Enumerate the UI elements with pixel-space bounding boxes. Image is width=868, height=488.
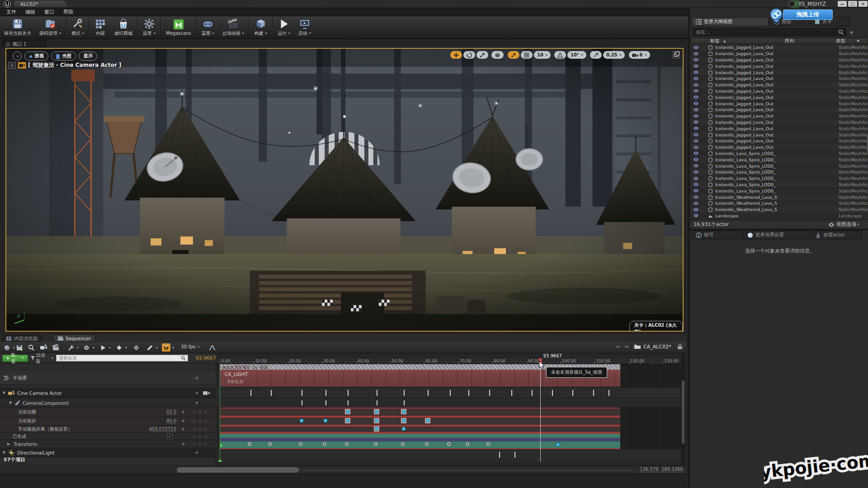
visibility-eye-icon[interactable] bbox=[693, 57, 699, 62]
toolbar-source-control-button[interactable]: 源码管理▾ bbox=[35, 16, 65, 39]
snap-button[interactable] bbox=[162, 343, 170, 352]
add-track-icon[interactable]: + bbox=[195, 390, 199, 396]
keyframe-tick[interactable] bbox=[404, 390, 405, 396]
visibility-eye-icon[interactable] bbox=[693, 126, 699, 131]
outliner-row[interactable]: Icelandic_Lava_Spire_LOD0_StaticMeshActo… bbox=[691, 156, 867, 163]
outliner-row[interactable]: Icelandic_Jagged_Lava_OutStaticMeshActor bbox=[691, 125, 867, 131]
tab-world-settings[interactable]: 世界场景设置 bbox=[743, 230, 810, 239]
keyframe-selected[interactable] bbox=[402, 419, 406, 422]
outliner-row[interactable]: LandscapeLandscape bbox=[691, 213, 867, 219]
add-filter-icon[interactable]: + bbox=[849, 29, 854, 36]
keyframe-selected[interactable] bbox=[346, 419, 349, 422]
visibility-eye-icon[interactable] bbox=[693, 64, 699, 68]
keyframe-tick[interactable] bbox=[511, 390, 512, 396]
toolbar-run-button[interactable]: 运行▾ bbox=[274, 16, 294, 39]
track-prop-row[interactable]: 当前光圈22.0+◁ ○ ▷ bbox=[0, 408, 216, 417]
pilot-camera-icon[interactable] bbox=[18, 62, 26, 69]
create-camera-button[interactable] bbox=[39, 343, 48, 352]
breadcrumb-label[interactable]: CA_ALC02* bbox=[643, 344, 671, 350]
toolbar-blueprints-button[interactable]: 蓝图▾ bbox=[198, 16, 218, 39]
lock-icon[interactable] bbox=[678, 344, 682, 349]
add-track-button[interactable]: + 轨道 ✎ bbox=[2, 355, 28, 362]
keyframe-selected[interactable] bbox=[375, 427, 378, 431]
keyframe-tick[interactable] bbox=[572, 390, 573, 396]
wrench-button[interactable] bbox=[66, 343, 75, 352]
keyframe-tick[interactable] bbox=[468, 390, 469, 396]
transform-keyframe[interactable] bbox=[299, 442, 302, 446]
keyframe-tick[interactable] bbox=[271, 390, 272, 396]
tab-content-browser[interactable]: 内容浏览器 bbox=[2, 335, 42, 343]
keyframe-tick[interactable] bbox=[428, 390, 429, 396]
keyframe-tick[interactable] bbox=[302, 400, 302, 405]
transform-keyframe[interactable] bbox=[401, 442, 405, 446]
toolbar-marketplace-button[interactable]: 虚幻商城 bbox=[110, 16, 137, 39]
transform-keyframe[interactable] bbox=[466, 442, 469, 446]
track-search-input[interactable] bbox=[56, 355, 188, 361]
outliner-row[interactable]: Icelandic_Jagged_Lava_OutStaticMeshActor bbox=[691, 119, 867, 126]
visibility-eye-icon[interactable] bbox=[693, 101, 699, 106]
transform-track-row[interactable] bbox=[220, 441, 620, 449]
track-group-row[interactable]: ▶Transform+◁ ○ ▷ bbox=[0, 440, 216, 448]
key-navigation[interactable]: ◁ ○ ▷ bbox=[193, 442, 209, 446]
add-track-icon[interactable]: + bbox=[195, 450, 199, 455]
outliner-row[interactable]: Icelandic_Weathered_Lava_SStaticMeshActo… bbox=[691, 194, 867, 200]
keyframe-tick[interactable] bbox=[609, 390, 609, 396]
property-value-field[interactable]: 403.072723 bbox=[149, 427, 176, 432]
menu-3[interactable]: 帮助 bbox=[59, 8, 78, 16]
outliner-row[interactable]: Icelandic_Lava_Spire_LOD0_StaticMeshActo… bbox=[691, 150, 867, 157]
camera-cuts-row[interactable] bbox=[216, 388, 681, 399]
transform-keyframe[interactable] bbox=[268, 442, 272, 446]
close-button[interactable]: ✕ bbox=[859, 1, 868, 7]
keyframe-tick[interactable] bbox=[348, 400, 349, 405]
timeline-vscroll-thumb[interactable] bbox=[682, 380, 684, 444]
playhead-line[interactable] bbox=[540, 359, 541, 462]
keyframe-tick[interactable] bbox=[250, 390, 251, 396]
visibility-eye-icon[interactable] bbox=[693, 45, 699, 50]
expand-caret-icon[interactable]: ▼ bbox=[3, 391, 5, 395]
outliner-row[interactable]: Icelandic_Jagged_Lava_OutStaticMeshActor bbox=[691, 44, 867, 51]
outliner-row[interactable]: Icelandic_Lava_Spire_LOD0_StaticMeshActo… bbox=[691, 182, 867, 188]
collapsed-caret-icon[interactable]: ▶ bbox=[7, 442, 10, 446]
keyframe-tick[interactable] bbox=[326, 390, 326, 396]
expand-caret-icon[interactable]: ▼ bbox=[3, 450, 5, 455]
maximize-viewport-button[interactable] bbox=[673, 51, 680, 58]
camera-lock-icon[interactable] bbox=[203, 390, 210, 396]
outliner-row[interactable]: Icelandic_Jagged_Lava_OutStaticMeshActor bbox=[691, 131, 867, 138]
outliner-row[interactable]: Icelandic_Lava_Spire_LOD0_StaticMeshActo… bbox=[691, 188, 867, 194]
keyframe-selected[interactable] bbox=[346, 410, 349, 413]
auto-key-button[interactable] bbox=[132, 343, 141, 352]
viewport[interactable]: ▾ ◈ 透视 ◙ 光照 显示 ⏚ [ 驾驶激活 - Cine Camera Ac… bbox=[5, 48, 684, 332]
visibility-eye-icon[interactable] bbox=[693, 83, 699, 87]
scale-snap-toggle[interactable] bbox=[590, 51, 602, 59]
outliner-row[interactable]: Icelandic_Weathered_Lava_SStaticMeshActo… bbox=[691, 200, 867, 206]
visibility-eye-icon[interactable] bbox=[693, 157, 699, 162]
keyframe[interactable] bbox=[300, 419, 303, 422]
move-tool-button[interactable] bbox=[450, 51, 462, 59]
playback-options-button[interactable] bbox=[99, 343, 107, 352]
keyframe-selected[interactable] bbox=[375, 410, 378, 413]
rotation-snap-value[interactable]: 10°▾ bbox=[567, 51, 586, 59]
visibility-eye-icon[interactable] bbox=[693, 151, 699, 155]
keyframe-tick[interactable] bbox=[552, 390, 553, 396]
edit-options-button[interactable] bbox=[146, 343, 154, 352]
grid-snap-toggle[interactable] bbox=[508, 51, 519, 59]
menu-2[interactable]: 窗口 bbox=[40, 8, 59, 16]
add-key-icon[interactable]: + bbox=[181, 426, 185, 432]
rotation-snap-toggle[interactable] bbox=[554, 51, 566, 59]
add-track-icon[interactable]: + bbox=[195, 400, 199, 406]
add-key-icon[interactable]: + bbox=[181, 441, 185, 447]
scale-tool-button[interactable] bbox=[476, 51, 488, 59]
menu-0[interactable]: 文件 bbox=[2, 8, 21, 16]
toolbar-content-button[interactable]: 内容 bbox=[90, 16, 110, 39]
visibility-eye-icon[interactable] bbox=[693, 182, 699, 187]
visibility-eye-icon[interactable] bbox=[693, 52, 699, 56]
transform-keyframe[interactable] bbox=[345, 442, 349, 446]
visibility-eye-icon[interactable] bbox=[693, 188, 699, 193]
grid-icon[interactable] bbox=[521, 51, 533, 59]
keyframe-tick[interactable] bbox=[499, 452, 500, 458]
visibility-eye-icon[interactable] bbox=[693, 195, 699, 199]
eject-pilot-button[interactable]: ⏚ bbox=[8, 62, 16, 69]
toolbar-build-button[interactable]: 构建▾ bbox=[250, 16, 271, 39]
keyframe-tick[interactable] bbox=[593, 390, 594, 396]
transform-keyframe[interactable] bbox=[486, 442, 490, 446]
